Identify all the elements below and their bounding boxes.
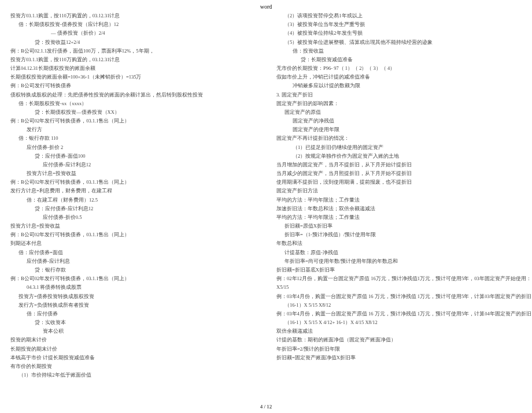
text-line: 年折旧率=2/预计的折旧年限: [276, 345, 522, 354]
text-line: 贷：长期投资减值准备: [276, 55, 522, 64]
text-line: 假如市价上升，冲销已计提的减准值准备: [276, 73, 522, 81]
text-line: （2）按规定单独作价作为固定资产入账的土地: [276, 152, 522, 161]
text-line: 年折旧率=尚可使用年数/预计使用年限的年数总和: [276, 257, 522, 266]
text-line: 加速折旧法：年数总和法；双倍余额递减法: [276, 204, 522, 213]
text-line: 折旧额=原值X折旧率: [276, 222, 522, 230]
text-line: 例：02年12月份，购置一台固定资产原值 16万元，预计净残值1万元，预计可使用…: [276, 274, 522, 283]
text-line: 借：投资收益: [276, 47, 522, 55]
text-line: 折旧额=折旧基底X折旧率: [276, 266, 522, 274]
text-line: 计提的基数：期初的账面净值（固定资产账面净值）: [276, 336, 522, 344]
text-line: 借：银行存款 110: [10, 134, 256, 143]
text-line: 应付债券-折价0.5: [10, 213, 256, 222]
text-line: 例：B公司发行可转换债券: [10, 81, 256, 90]
left-column: 投资方03.1.1购置，按110万购置的，03.12.31计息借：长期债权投资-…: [0, 12, 266, 399]
text-line: 固定资产的净残值: [276, 117, 522, 125]
text-line: 固定资产折旧的影响因素：: [276, 99, 522, 108]
text-line: 资本公积: [10, 327, 256, 336]
text-line: 无市价的长期投资：P96- 97（ 1）（ 2）（ 3）（ 4）: [276, 64, 522, 73]
text-line: 例：B公司02年发行可转换债券，03.1.1售出（同上）: [10, 117, 256, 125]
text-line: 贷：应付债券-应计利息12: [10, 204, 256, 213]
text-line: 长期投资的期末计价: [10, 345, 256, 354]
right-column: （2）该项投资暂停交易1年或以上（3）被投资单位当年发生严重亏损（4）被投资单位…: [266, 12, 532, 399]
text-line: 冲销最多应以计提的数额为限: [276, 81, 522, 90]
page-header-title: word: [0, 3, 532, 10]
text-line: 例：B公司02年发行可转换债券，03.1.1售出（同上）: [10, 178, 256, 187]
text-line: 投资方03.1.1购置，按110万购置的，03.12.31计息: [10, 55, 256, 64]
text-line: 3. 固定资产折旧: [276, 91, 522, 99]
text-line: 贷：银行存款: [10, 266, 256, 274]
text-line: 借：应付债券=面值: [10, 248, 256, 257]
text-line: 投资方计息=投资收益: [10, 222, 256, 230]
text-line: 投资的期末计价: [10, 336, 256, 344]
two-column-layout: 投资方03.1.1购置，按110万购置的，03.12.31计息借：长期债权投资-…: [0, 12, 532, 399]
text-line: 应付债券-应计利息12: [10, 161, 256, 169]
text-line: 平均的方法：平均年限法；工作量法: [276, 196, 522, 204]
text-line: 长期债权投资的账面余额=100+36-1（未摊销折价）=135万: [10, 73, 256, 81]
text-line: 贷：应付债券-面值100: [10, 152, 256, 161]
text-line: （1）已提足折旧仍继续使用的固定资产: [276, 143, 522, 152]
text-line: （5）被投资单位进展整顿、清算或出现其他不能持续经营的迹象: [276, 38, 522, 47]
text-line: 当月减少的固定资产，当月照提折旧，从下月开始不提折旧: [276, 169, 522, 178]
text-line: 发行方=负债转换成所有者投资: [10, 301, 256, 310]
text-line: 借：在建工程（财务费用）12.5: [10, 196, 256, 204]
text-line: 投资方计息=投资收益: [10, 169, 256, 178]
text-line: 应付债券-应计利息: [10, 257, 256, 266]
text-line: 04.3.1 将债券转换成股票: [10, 283, 256, 292]
text-line: 借：长期债权投资-债券投资（应计利息）12: [10, 20, 256, 29]
text-line: 例：B公司02年发行可转换债券，03.1.1售出（同上）: [10, 274, 256, 283]
text-line: 固定资产的使用年限: [276, 125, 522, 134]
text-line: 应付债券-折价 2: [10, 143, 256, 152]
text-line: 贷：投资收益12+2/4: [10, 38, 256, 47]
text-line: 本钱高于市价 计提长期投资减值准备: [10, 354, 256, 362]
text-line: 折旧率=（1-预计净残值）/预计使用年限: [276, 230, 522, 239]
text-line: 投资方=债券投资转换成股权投资: [10, 292, 256, 301]
text-line: 计算04.12.31长期债权投资的账面余额: [10, 64, 256, 73]
text-line: （16-1）X 5/15 X 4/12+ 16-1）X 4/15 X8/12: [276, 318, 522, 327]
text-line: 平均的方法：平均年限法；工作量法: [276, 213, 522, 222]
text-line: — 债券投资（折价）2/4: [10, 29, 256, 38]
text-line: 固定资产不再计提折旧的情况：: [276, 134, 522, 143]
text-line: （16-1）X 5/15 X8/12: [276, 301, 522, 310]
text-line: 双倍余额递减法: [276, 327, 522, 336]
text-line: 例：B公司02.1.1发行债券，面值100万，票面利率12%，5年期，: [10, 47, 256, 55]
text-line: 贷：长期债权投资—债券投资（XX）: [10, 108, 256, 117]
text-line: 到期还本付息: [10, 239, 256, 248]
text-line: 折旧额=固定资产账面净值X折旧率: [276, 354, 522, 362]
text-line: （4）被投资单位持续2年发生亏损: [276, 29, 522, 38]
text-line: 固定资产的原值: [276, 108, 522, 117]
text-line: （2）该项投资暂停交易1年或以上: [276, 12, 522, 20]
text-line: 例：03年4月份，购置一台固定资产原值 16 万元，预计净残值 1万元，预计可使…: [276, 310, 522, 318]
text-line: 当月增加的固定资产，当月不提折旧，从下月开始计提折旧: [276, 161, 522, 169]
text-line: 例：03年4月份，购置一台固定资产原值 16 万元，预计净残值 1万元，预计可使…: [276, 292, 522, 301]
text-line: X5/15: [276, 283, 522, 292]
page-footer-number: 4 / 12: [0, 404, 532, 410]
text-line: 使用期满不提折旧，没到使用期满，提前报废，也不提折旧: [276, 178, 522, 187]
text-line: 年数总和法: [276, 239, 522, 248]
text-line: 借：长期股权投资-xx（xxxx）: [10, 99, 256, 108]
text-line: 例：B公司02年发行可转换债券，03.1.1售出（同上）: [10, 230, 256, 239]
text-line: 贷：实收资本: [10, 318, 256, 327]
text-line: 债权转换成股权的处理：先把债券性投资的账面的余额计算出，然后转到股权性投资: [10, 91, 256, 99]
text-line: 发行方: [10, 125, 256, 134]
text-line: 计提基数：原值-净残值: [276, 248, 522, 257]
text-line: （3）被投资单位当年发生严重亏损: [276, 20, 522, 29]
text-line: （1）市价持续2年低于账面价值: [10, 371, 256, 379]
text-line: 固定资产折旧方法: [276, 187, 522, 195]
text-line: 有市价的长期投资: [10, 362, 256, 371]
text-line: 投资方03.1.1购置，按110万购置的，03.12.31计息: [10, 12, 256, 20]
text-line: 发行方计息=利息费用，财务费用，在建工程: [10, 187, 256, 195]
text-line: 借：应付债券: [10, 310, 256, 318]
